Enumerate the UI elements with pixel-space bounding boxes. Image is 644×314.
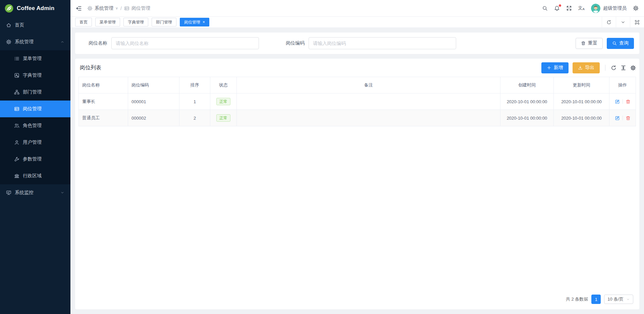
chevron-down-icon [60,191,64,195]
trash-icon [581,41,586,46]
breadcrumb: 系统管理 ∨ / 岗位管理 [87,5,150,11]
refresh-tab-button[interactable] [602,17,616,27]
edit-button[interactable] [615,99,620,104]
col-updated: 更新时间 [554,77,609,93]
query-button[interactable]: 查询 [607,38,634,49]
delete-button[interactable] [626,99,631,104]
maximize-icon [635,20,640,25]
sidebar-item-user-management[interactable]: 用户管理 [0,134,70,151]
refresh-table-button[interactable] [611,65,616,71]
export-button[interactable]: 导出 [573,62,600,73]
row-height-icon [621,65,626,71]
sidebar-item-menu-management[interactable]: 菜单管理 [0,50,70,67]
page-size-select[interactable]: 10 条/页 [604,295,633,304]
post-code-input[interactable] [309,37,456,49]
total-count-label: 共 2 条数据 [566,296,588,302]
post-name-input[interactable] [111,37,259,49]
search-icon [542,5,548,11]
card-title: 岗位列表 [78,64,101,71]
edit-button[interactable] [615,116,620,121]
sidebar-item-administrative-region[interactable]: 行政区域 [0,168,70,184]
user-menu[interactable]: 超级管理员 [591,4,627,13]
table-row: 普通员工 000002 2 正常 2020-10-01 00:00:00 202… [79,110,636,126]
add-button[interactable]: 新增 [541,62,569,73]
username-label: 超级管理员 [603,5,627,11]
row-density-button[interactable] [621,65,626,71]
sidebar-item-label: 系统管理 [15,39,34,45]
cell-status: 正常 [210,110,237,126]
breadcrumb-system-management[interactable]: 系统管理 ∨ [87,5,118,11]
sidebar-item-dictionary-management[interactable]: 字典管理 [0,67,70,84]
column-settings-button[interactable] [630,65,636,71]
settings-button[interactable] [633,5,639,11]
tab-options-button[interactable] [616,17,630,27]
top-navbar: 系统管理 ∨ / 岗位管理 文 [70,0,644,17]
cell-remark [237,93,500,110]
sidebar-item-system-monitoring[interactable]: 系统监控 [0,184,70,201]
tab-department-management[interactable]: 部门管理 [152,18,176,26]
edit-icon [615,116,620,121]
download-icon [578,65,583,70]
cell-updated: 2020-10-01 00:00:00 [554,110,609,126]
sidebar-item-home[interactable]: 首页 [0,17,70,34]
reset-button[interactable]: 重置 [576,38,603,49]
tab-home[interactable]: 首页 [75,18,92,26]
tab-post-management[interactable]: 岗位管理 × [180,18,209,26]
delete-button[interactable] [626,116,631,121]
tab-bar: 首页 菜单管理 字典管理 部门管理 岗位管理 × [70,17,644,28]
action-divider [623,99,623,104]
cell-remark [237,110,500,126]
cell-created: 2020-10-01 00:00:00 [500,93,554,110]
close-icon[interactable]: × [203,20,205,24]
post-code-label: 岗位编码 [278,40,309,46]
breadcrumb-post-management: 岗位管理 [124,5,150,11]
refresh-icon [606,20,611,25]
wrench-icon [14,156,19,162]
user-icon [14,140,19,145]
col-created: 创建时间 [500,77,554,93]
col-post-code: 岗位编码 [128,77,179,93]
sidebar-item-label: 岗位管理 [23,106,42,112]
tab-menu-management[interactable]: 菜单管理 [95,18,120,26]
cell-sort: 1 [179,93,210,110]
cell-actions [609,110,636,126]
caret-down-icon: ∨ [115,6,118,10]
language-switch-button[interactable]: 文 A [578,6,585,11]
sidebar-collapse-button[interactable] [76,5,82,11]
avatar [591,4,600,13]
maximize-content-button[interactable] [630,17,644,27]
list-icon [14,56,19,61]
roles-icon [14,123,19,128]
sidebar-item-label: 用户管理 [23,139,42,145]
notifications-button[interactable] [554,5,560,11]
sidebar-item-system-management[interactable]: 系统管理 [0,34,70,50]
col-remark: 备注 [237,77,500,93]
tab-dictionary-management[interactable]: 字典管理 [123,18,148,26]
fullscreen-button[interactable] [566,5,572,11]
bank-icon [14,173,19,179]
post-list-card: 岗位列表 新增 导出 [75,59,639,309]
table-header-row: 岗位名称 岗位编码 排序 状态 备注 创建时间 更新时间 操作 [79,77,636,93]
cell-post-code: 000002 [128,110,179,126]
sidebar-item-parameter-management[interactable]: 参数管理 [0,151,70,168]
breadcrumb-separator: / [120,6,122,11]
cell-updated: 2020-10-01 00:00:00 [554,93,609,110]
col-status: 状态 [210,77,237,93]
plus-icon [547,65,551,70]
page-1-button[interactable]: 1 [591,295,601,304]
sidebar-item-role-management[interactable]: 角色管理 [0,117,70,134]
cell-post-name: 普通员工 [79,110,128,126]
header-search-button[interactable] [542,5,548,11]
cell-created: 2020-10-01 00:00:00 [500,110,554,126]
sidebar-item-department-management[interactable]: 部门管理 [0,84,70,101]
page-content: 岗位名称 岗位编码 重置 查询 岗位列表 [70,28,644,314]
app-logo[interactable]: Coffee Admin [0,0,70,17]
sidebar-item-post-management[interactable]: 岗位管理 [0,101,70,117]
sidebar-item-label: 系统监控 [15,190,34,196]
system-management-submenu: 菜单管理 字典管理 部门管理 岗位管理 角色管理 用户管理 参数管理 行政区域 [0,50,70,184]
gear-icon [633,5,639,11]
idcard-icon [14,106,19,112]
status-badge: 正常 [216,98,230,105]
collapse-sidebar-icon [76,5,82,11]
trash-icon [626,116,631,121]
